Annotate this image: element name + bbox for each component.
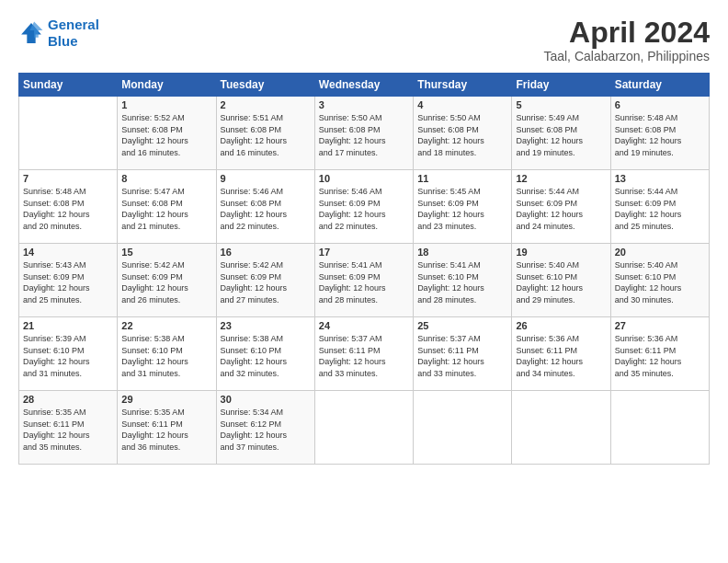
calendar-cell: 9Sunrise: 5:46 AM Sunset: 6:08 PM Daylig… bbox=[216, 170, 314, 244]
calendar-subtitle: Taal, Calabarzon, Philippines bbox=[543, 49, 710, 63]
day-content: Sunrise: 5:46 AM Sunset: 6:08 PM Dayligh… bbox=[221, 186, 311, 232]
calendar-week-2: 7Sunrise: 5:48 AM Sunset: 6:08 PM Daylig… bbox=[19, 170, 710, 244]
day-content: Sunrise: 5:35 AM Sunset: 6:11 PM Dayligh… bbox=[23, 407, 113, 453]
calendar-cell bbox=[414, 391, 512, 465]
calendar-week-5: 28Sunrise: 5:35 AM Sunset: 6:11 PM Dayli… bbox=[19, 391, 710, 465]
day-content: Sunrise: 5:38 AM Sunset: 6:10 PM Dayligh… bbox=[221, 333, 311, 379]
calendar-header-row: Sunday Monday Tuesday Wednesday Thursday… bbox=[19, 74, 710, 97]
calendar-cell: 11Sunrise: 5:45 AM Sunset: 6:09 PM Dayli… bbox=[414, 170, 512, 244]
calendar-cell: 1Sunrise: 5:52 AM Sunset: 6:08 PM Daylig… bbox=[118, 97, 216, 170]
calendar-cell: 24Sunrise: 5:37 AM Sunset: 6:11 PM Dayli… bbox=[314, 317, 413, 391]
day-content: Sunrise: 5:44 AM Sunset: 6:09 PM Dayligh… bbox=[615, 186, 705, 232]
calendar-cell: 22Sunrise: 5:38 AM Sunset: 6:10 PM Dayli… bbox=[118, 317, 216, 391]
calendar-cell: 28Sunrise: 5:35 AM Sunset: 6:11 PM Dayli… bbox=[19, 391, 118, 465]
calendar-cell: 17Sunrise: 5:41 AM Sunset: 6:09 PM Dayli… bbox=[314, 244, 413, 317]
calendar-cell: 8Sunrise: 5:47 AM Sunset: 6:08 PM Daylig… bbox=[118, 170, 216, 244]
day-content: Sunrise: 5:46 AM Sunset: 6:09 PM Dayligh… bbox=[319, 186, 409, 232]
header-monday: Monday bbox=[118, 74, 216, 97]
page: General Blue April 2024 Taal, Calabarzon… bbox=[0, 0, 728, 563]
day-content: Sunrise: 5:40 AM Sunset: 6:10 PM Dayligh… bbox=[615, 259, 705, 305]
header-wednesday: Wednesday bbox=[314, 74, 413, 97]
calendar-cell: 10Sunrise: 5:46 AM Sunset: 6:09 PM Dayli… bbox=[314, 170, 413, 244]
calendar-cell bbox=[314, 391, 413, 465]
calendar-cell: 15Sunrise: 5:42 AM Sunset: 6:09 PM Dayli… bbox=[118, 244, 216, 317]
header-tuesday: Tuesday bbox=[216, 74, 314, 97]
day-content: Sunrise: 5:44 AM Sunset: 6:09 PM Dayligh… bbox=[516, 186, 606, 232]
day-number: 13 bbox=[615, 173, 705, 184]
calendar-cell: 3Sunrise: 5:50 AM Sunset: 6:08 PM Daylig… bbox=[314, 97, 413, 170]
calendar-cell: 30Sunrise: 5:34 AM Sunset: 6:12 PM Dayli… bbox=[216, 391, 314, 465]
day-number: 22 bbox=[121, 320, 211, 331]
day-content: Sunrise: 5:48 AM Sunset: 6:08 PM Dayligh… bbox=[615, 112, 705, 158]
calendar-cell: 27Sunrise: 5:36 AM Sunset: 6:11 PM Dayli… bbox=[610, 317, 709, 391]
calendar-cell: 7Sunrise: 5:48 AM Sunset: 6:08 PM Daylig… bbox=[19, 170, 118, 244]
day-content: Sunrise: 5:37 AM Sunset: 6:11 PM Dayligh… bbox=[417, 333, 507, 379]
day-number: 8 bbox=[121, 173, 211, 184]
day-content: Sunrise: 5:45 AM Sunset: 6:09 PM Dayligh… bbox=[417, 186, 507, 232]
day-content: Sunrise: 5:42 AM Sunset: 6:09 PM Dayligh… bbox=[121, 259, 211, 305]
calendar-cell: 20Sunrise: 5:40 AM Sunset: 6:10 PM Dayli… bbox=[610, 244, 709, 317]
calendar-cell bbox=[19, 97, 118, 170]
day-content: Sunrise: 5:42 AM Sunset: 6:09 PM Dayligh… bbox=[221, 259, 311, 305]
day-number: 7 bbox=[23, 173, 113, 184]
day-content: Sunrise: 5:50 AM Sunset: 6:08 PM Dayligh… bbox=[417, 112, 507, 158]
day-content: Sunrise: 5:52 AM Sunset: 6:08 PM Dayligh… bbox=[121, 112, 211, 158]
calendar-cell: 19Sunrise: 5:40 AM Sunset: 6:10 PM Dayli… bbox=[512, 244, 610, 317]
day-number: 4 bbox=[417, 99, 507, 110]
calendar-title: April 2024 bbox=[543, 17, 710, 49]
day-content: Sunrise: 5:38 AM Sunset: 6:10 PM Dayligh… bbox=[121, 333, 211, 379]
day-content: Sunrise: 5:37 AM Sunset: 6:11 PM Dayligh… bbox=[319, 333, 409, 379]
day-number: 11 bbox=[417, 173, 507, 184]
calendar-week-1: 1Sunrise: 5:52 AM Sunset: 6:08 PM Daylig… bbox=[19, 97, 710, 170]
calendar-cell bbox=[610, 391, 709, 465]
day-number: 16 bbox=[221, 247, 311, 258]
day-number: 1 bbox=[121, 99, 211, 110]
header-sunday: Sunday bbox=[19, 74, 118, 97]
calendar-week-4: 21Sunrise: 5:39 AM Sunset: 6:10 PM Dayli… bbox=[19, 317, 710, 391]
calendar-cell: 6Sunrise: 5:48 AM Sunset: 6:08 PM Daylig… bbox=[610, 97, 709, 170]
day-content: Sunrise: 5:35 AM Sunset: 6:11 PM Dayligh… bbox=[121, 407, 211, 453]
day-content: Sunrise: 5:36 AM Sunset: 6:11 PM Dayligh… bbox=[615, 333, 705, 379]
day-number: 18 bbox=[417, 247, 507, 258]
day-number: 14 bbox=[23, 247, 113, 258]
day-content: Sunrise: 5:36 AM Sunset: 6:11 PM Dayligh… bbox=[516, 333, 606, 379]
logo-line1: General bbox=[48, 17, 99, 32]
day-content: Sunrise: 5:50 AM Sunset: 6:08 PM Dayligh… bbox=[319, 112, 409, 158]
calendar-cell: 12Sunrise: 5:44 AM Sunset: 6:09 PM Dayli… bbox=[512, 170, 610, 244]
day-content: Sunrise: 5:40 AM Sunset: 6:10 PM Dayligh… bbox=[516, 259, 606, 305]
day-number: 20 bbox=[615, 247, 705, 258]
day-number: 2 bbox=[221, 99, 311, 110]
day-number: 15 bbox=[121, 247, 211, 258]
calendar-cell: 26Sunrise: 5:36 AM Sunset: 6:11 PM Dayli… bbox=[512, 317, 610, 391]
calendar-cell: 23Sunrise: 5:38 AM Sunset: 6:10 PM Dayli… bbox=[216, 317, 314, 391]
day-number: 30 bbox=[221, 394, 311, 405]
day-content: Sunrise: 5:47 AM Sunset: 6:08 PM Dayligh… bbox=[121, 186, 211, 232]
day-number: 25 bbox=[417, 320, 507, 331]
day-number: 21 bbox=[23, 320, 113, 331]
day-content: Sunrise: 5:43 AM Sunset: 6:09 PM Dayligh… bbox=[23, 259, 113, 305]
calendar-table: Sunday Monday Tuesday Wednesday Thursday… bbox=[18, 73, 710, 465]
calendar-cell: 18Sunrise: 5:41 AM Sunset: 6:10 PM Dayli… bbox=[414, 244, 512, 317]
day-content: Sunrise: 5:51 AM Sunset: 6:08 PM Dayligh… bbox=[221, 112, 311, 158]
day-content: Sunrise: 5:41 AM Sunset: 6:10 PM Dayligh… bbox=[417, 259, 507, 305]
day-number: 5 bbox=[516, 99, 606, 110]
logo-text: General Blue bbox=[48, 17, 99, 50]
day-number: 19 bbox=[516, 247, 606, 258]
logo: General Blue bbox=[18, 17, 99, 50]
day-content: Sunrise: 5:34 AM Sunset: 6:12 PM Dayligh… bbox=[221, 407, 311, 453]
day-number: 26 bbox=[516, 320, 606, 331]
day-number: 3 bbox=[319, 99, 409, 110]
day-content: Sunrise: 5:39 AM Sunset: 6:10 PM Dayligh… bbox=[23, 333, 113, 379]
calendar-cell: 21Sunrise: 5:39 AM Sunset: 6:10 PM Dayli… bbox=[19, 317, 118, 391]
header-thursday: Thursday bbox=[414, 74, 512, 97]
header-saturday: Saturday bbox=[610, 74, 709, 97]
day-number: 9 bbox=[221, 173, 311, 184]
calendar-cell: 29Sunrise: 5:35 AM Sunset: 6:11 PM Dayli… bbox=[118, 391, 216, 465]
day-content: Sunrise: 5:48 AM Sunset: 6:08 PM Dayligh… bbox=[23, 186, 113, 232]
calendar-week-3: 14Sunrise: 5:43 AM Sunset: 6:09 PM Dayli… bbox=[19, 244, 710, 317]
day-number: 28 bbox=[23, 394, 113, 405]
day-content: Sunrise: 5:41 AM Sunset: 6:09 PM Dayligh… bbox=[319, 259, 409, 305]
logo-line2: Blue bbox=[48, 33, 78, 49]
day-number: 6 bbox=[615, 99, 705, 110]
day-number: 23 bbox=[221, 320, 311, 331]
